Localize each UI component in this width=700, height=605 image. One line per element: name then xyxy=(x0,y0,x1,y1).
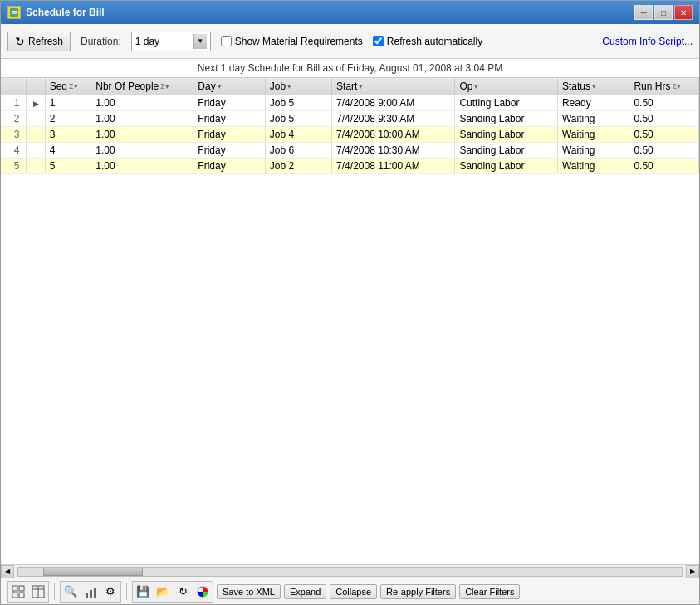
chart-icon[interactable] xyxy=(81,583,100,601)
svg-rect-6 xyxy=(19,593,24,598)
row-number-cell: 1 xyxy=(1,95,27,111)
table-body: 1▶11.00FridayJob 57/4/2008 9:00 AMCuttin… xyxy=(1,95,699,174)
svg-rect-0 xyxy=(10,8,18,17)
title-bar: Schedule for Bill ─ □ ✕ xyxy=(1,1,699,24)
table-row[interactable]: 1▶11.00FridayJob 57/4/2008 9:00 AMCuttin… xyxy=(1,95,699,111)
op-cell: Sanding Labor xyxy=(455,127,558,143)
refresh2-icon[interactable]: ↻ xyxy=(174,583,192,601)
seq-cell: 5 xyxy=(45,159,91,174)
job-cell: Job 2 xyxy=(265,159,331,174)
day-cell: Friday xyxy=(193,111,265,127)
info-text: Next 1 day Schedule for Bill as of Frida… xyxy=(198,62,502,74)
row-number-cell: 5 xyxy=(1,159,27,174)
search-icon[interactable]: 🔍 xyxy=(61,583,80,601)
scroll-track[interactable] xyxy=(17,567,683,577)
scroll-right-button[interactable]: ▶ xyxy=(686,565,699,578)
grid-icon[interactable] xyxy=(9,583,27,601)
nbr-cell: 1.00 xyxy=(91,127,193,143)
refresh-icon: ↻ xyxy=(15,35,25,48)
separator-1 xyxy=(54,583,55,600)
status-cell: Waiting xyxy=(557,111,629,127)
status-cell: Waiting xyxy=(557,143,629,159)
row-number-cell: 3 xyxy=(1,127,27,143)
duration-value: 1 day xyxy=(135,36,193,47)
expand-cell[interactable] xyxy=(27,143,45,159)
status-filter-icon[interactable]: ▾ xyxy=(592,82,596,90)
table-icon[interactable] xyxy=(29,583,47,601)
svg-rect-1 xyxy=(12,11,17,12)
show-material-checkbox-group[interactable]: Show Material Requirements xyxy=(221,36,363,47)
save-xml-button[interactable]: Save to XML xyxy=(217,584,281,599)
day-cell: Friday xyxy=(193,127,265,143)
color-icon[interactable] xyxy=(193,583,212,601)
expand-cell[interactable] xyxy=(27,111,45,127)
refresh-auto-checkbox[interactable] xyxy=(373,36,384,46)
svg-rect-12 xyxy=(94,588,96,598)
status-cell: Waiting xyxy=(557,159,629,174)
maximize-button[interactable]: □ xyxy=(654,5,673,20)
minimize-button[interactable]: ─ xyxy=(634,5,653,20)
duration-dropdown-arrow[interactable]: ▼ xyxy=(193,34,207,49)
start-cell: 7/4/2008 10:30 AM xyxy=(332,143,455,159)
job-cell: Job 6 xyxy=(265,143,331,159)
refresh-auto-checkbox-group[interactable]: Refresh automatically xyxy=(373,36,482,47)
save-icon[interactable]: 💾 xyxy=(134,583,152,601)
clear-filters-button[interactable]: Clear Filters xyxy=(459,584,520,599)
scroll-left-button[interactable]: ◀ xyxy=(1,565,14,578)
col-header-nbr: Nbr Of People Σ▾ xyxy=(91,78,193,95)
duration-label: Duration: xyxy=(81,36,121,47)
expand-cell[interactable] xyxy=(27,159,45,174)
table-row[interactable]: 221.00FridayJob 57/4/2008 9:30 AMSanding… xyxy=(1,111,699,127)
expand-button[interactable]: Expand xyxy=(284,584,326,599)
open-icon[interactable]: 📂 xyxy=(154,583,172,601)
show-material-label: Show Material Requirements xyxy=(235,36,363,47)
op-cell: Cutting Labor xyxy=(455,95,558,111)
refresh-button[interactable]: ↻ Refresh xyxy=(7,32,71,51)
seq-cell: 4 xyxy=(45,143,91,159)
duration-select[interactable]: 1 day ▼ xyxy=(131,32,211,51)
table-row[interactable]: 441.00FridayJob 67/4/2008 10:30 AMSandin… xyxy=(1,143,699,159)
scroll-thumb[interactable] xyxy=(43,568,143,576)
icon-group-1 xyxy=(7,581,49,603)
col-header-runhrs: Run Hrs Σ▾ xyxy=(629,78,699,95)
window-icon xyxy=(7,6,21,19)
seq-sigma-icon[interactable]: Σ▾ xyxy=(69,82,78,90)
col-header-day: Day ▾ xyxy=(193,78,265,95)
expand-arrow-icon[interactable]: ▶ xyxy=(33,100,39,108)
runhrs-sigma-icon[interactable]: Σ▾ xyxy=(672,82,681,90)
start-cell: 7/4/2008 9:30 AM xyxy=(332,111,455,127)
icon-group-3: 💾 📂 ↻ xyxy=(132,581,213,603)
start-filter-icon[interactable]: ▾ xyxy=(359,82,363,90)
seq-cell: 3 xyxy=(45,127,91,143)
reapply-filters-button[interactable]: Re-apply Filters xyxy=(380,584,456,599)
table-row[interactable]: 551.00FridayJob 27/4/2008 11:00 AMSandin… xyxy=(1,159,699,174)
settings-icon[interactable]: ⚙ xyxy=(101,583,120,601)
op-filter-icon[interactable]: ▾ xyxy=(474,82,478,90)
svg-rect-2 xyxy=(12,13,17,14)
main-window: Schedule for Bill ─ □ ✕ ↻ Refresh Durati… xyxy=(0,0,700,605)
job-cell: Job 4 xyxy=(265,127,331,143)
info-bar: Next 1 day Schedule for Bill as of Frida… xyxy=(1,59,699,78)
expand-cell[interactable] xyxy=(27,127,45,143)
custom-info-link[interactable]: Custom Info Script... xyxy=(602,36,693,47)
horizontal-scrollbar: ◀ ▶ xyxy=(1,564,699,578)
runhrs-cell: 0.50 xyxy=(629,159,699,174)
svg-rect-3 xyxy=(12,586,17,591)
nbr-cell: 1.00 xyxy=(91,111,193,127)
collapse-button[interactable]: Collapse xyxy=(330,584,377,599)
col-header-seq: Seq Σ▾ xyxy=(45,78,91,95)
close-button[interactable]: ✕ xyxy=(674,5,693,20)
col-header-job: Job ▾ xyxy=(265,78,331,95)
table-row[interactable]: 331.00FridayJob 47/4/2008 10:00 AMSandin… xyxy=(1,127,699,143)
col-header-rownum xyxy=(1,78,27,95)
title-buttons: ─ □ ✕ xyxy=(634,5,693,20)
day-filter-icon[interactable]: ▾ xyxy=(218,82,222,90)
day-cell: Friday xyxy=(193,159,265,174)
table-container: Seq Σ▾ Nbr Of People Σ▾ Day ▾ xyxy=(1,78,699,564)
job-filter-icon[interactable]: ▾ xyxy=(287,82,291,90)
nbr-sigma-icon[interactable]: Σ▾ xyxy=(160,82,169,90)
expand-cell[interactable]: ▶ xyxy=(27,95,45,111)
runhrs-cell: 0.50 xyxy=(629,95,699,111)
show-material-checkbox[interactable] xyxy=(221,36,232,46)
start-cell: 7/4/2008 9:00 AM xyxy=(332,95,455,111)
